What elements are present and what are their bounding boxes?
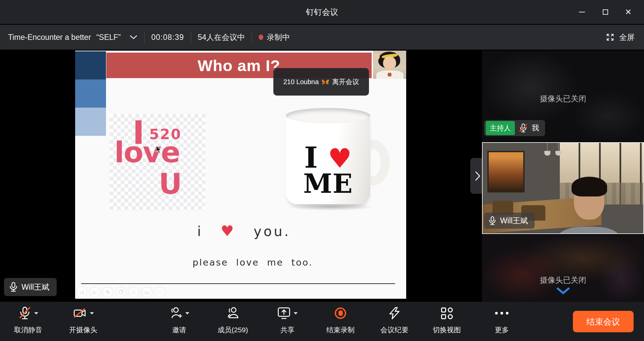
video-tile-self[interactable]: 摄像头已关闭 主持人 我 bbox=[482, 51, 644, 141]
slideshow-zoom-button[interactable]: ⌕ bbox=[128, 287, 140, 298]
video-tile-other[interactable]: 摄像头已关闭 bbox=[482, 235, 644, 302]
divider bbox=[191, 32, 191, 42]
meeting-title[interactable]: Time-Encounter a better bbox=[8, 33, 91, 42]
invite-label: 邀请 bbox=[172, 325, 186, 335]
grid-view-icon bbox=[441, 307, 453, 319]
share-options-caret[interactable] bbox=[294, 312, 298, 315]
camera-label: 开摄像头 bbox=[69, 325, 97, 335]
meeting-info-bar: Time-Encounter a better “SELF” 00:08:39 … bbox=[0, 25, 644, 50]
share-screen-icon bbox=[277, 307, 291, 320]
members-label: 成员(259) bbox=[217, 325, 248, 335]
baby-photo bbox=[373, 51, 406, 79]
love-love-text: love bbox=[114, 135, 180, 169]
video-sidebar: 摄像头已关闭 主持人 我 bbox=[482, 50, 644, 302]
presenter-name: Will王斌 bbox=[21, 282, 49, 292]
close-button[interactable]: ✕ bbox=[619, 0, 638, 24]
minutes-label: 会议纪要 bbox=[380, 325, 409, 335]
slideshow-controls: ◁ ▷ ✎ ❐ ⌕ ▭ ⋯ bbox=[76, 287, 166, 298]
slideshow-more-button[interactable]: ⋯ bbox=[155, 287, 166, 298]
camera-options-caret[interactable] bbox=[90, 312, 94, 315]
camera-off-text: 摄像头已关闭 bbox=[482, 94, 644, 104]
stop-recording-button[interactable]: 结束录制 bbox=[326, 302, 355, 341]
camera-muted-icon bbox=[73, 307, 87, 320]
person-hair bbox=[572, 177, 607, 196]
slideshow-slides-button[interactable]: ❐ bbox=[115, 287, 126, 298]
more-button[interactable]: 更多 bbox=[495, 302, 509, 341]
meeting-title-dropdown[interactable] bbox=[129, 35, 138, 40]
slide-deco-blue-square bbox=[75, 79, 106, 108]
switch-view-button[interactable]: 切换视图 bbox=[433, 302, 461, 341]
window-title: 钉钉会议 bbox=[0, 0, 644, 24]
slideshow-pen-button[interactable]: ✎ bbox=[102, 287, 113, 298]
invite-button[interactable]: 邀请 bbox=[169, 302, 190, 341]
stop-recording-icon bbox=[335, 307, 346, 319]
members-button[interactable]: 成员(259) bbox=[217, 302, 248, 341]
caption-please-love-me: please love me too. bbox=[193, 257, 313, 268]
fullscreen-button[interactable]: 全屏 bbox=[606, 32, 635, 43]
baby-hand bbox=[374, 53, 380, 59]
slideshow-notes-button[interactable]: ▭ bbox=[142, 287, 153, 298]
microphone-muted-icon bbox=[18, 306, 31, 320]
caption-you: you. bbox=[254, 224, 290, 239]
mic-options-caret[interactable] bbox=[34, 312, 38, 315]
caption-heart-icon: ♥ bbox=[221, 222, 236, 239]
invite-options-caret[interactable] bbox=[185, 312, 190, 315]
mouse-cursor bbox=[155, 146, 162, 154]
fullscreen-expand-icon bbox=[606, 33, 614, 42]
unmute-button[interactable]: 取消静音 bbox=[14, 302, 42, 341]
fullscreen-label: 全屏 bbox=[619, 32, 635, 43]
love-u-text: U bbox=[159, 167, 182, 201]
unmute-label: 取消静音 bbox=[14, 325, 42, 335]
maximize-button[interactable] bbox=[596, 0, 615, 24]
members-icon bbox=[226, 307, 239, 320]
meeting-timer: 00:08:39 bbox=[151, 33, 184, 42]
host-badge: 主持人 bbox=[486, 121, 515, 135]
share-label: 共享 bbox=[280, 325, 294, 335]
divider bbox=[144, 32, 145, 42]
slideshow-next-button[interactable]: ▷ bbox=[89, 287, 100, 298]
caption-i-love-you: i ♥ you. bbox=[197, 222, 290, 239]
mug-me-text: ME bbox=[286, 171, 370, 196]
switch-view-label: 切换视图 bbox=[433, 325, 461, 335]
hanging-lamp bbox=[558, 143, 559, 156]
share-button[interactable]: 共享 bbox=[277, 302, 298, 341]
slide-title: Who am I? bbox=[198, 56, 280, 75]
end-meeting-button[interactable]: 结束会议 bbox=[573, 311, 634, 332]
toast-action: 离开会议 bbox=[332, 77, 359, 87]
microphone-muted-icon bbox=[519, 123, 528, 133]
more-label: 更多 bbox=[495, 325, 509, 335]
minimize-button[interactable] bbox=[572, 0, 592, 24]
dingtalk-meeting-window: 钉钉会议 ✕ Time-Encounter a better “SELF” 00… bbox=[0, 0, 644, 341]
meeting-minutes-button[interactable]: 会议纪要 bbox=[380, 302, 409, 341]
scroll-more-videos[interactable] bbox=[482, 287, 644, 295]
slide-footer-line bbox=[81, 283, 395, 284]
meeting-title-quote[interactable]: “SELF” bbox=[96, 33, 121, 42]
slide-deco-navy-square bbox=[75, 51, 106, 79]
love-u-520-image: I 520 love U bbox=[110, 114, 205, 210]
mug-print: I ♥ ME bbox=[286, 144, 370, 196]
invite-person-icon bbox=[169, 307, 182, 320]
recording-dot-icon bbox=[259, 35, 263, 40]
wall-picture bbox=[487, 151, 524, 192]
mug-opening bbox=[286, 108, 370, 123]
slideshow-prev-button[interactable]: ◁ bbox=[76, 287, 87, 298]
butterfly-icon bbox=[321, 78, 329, 85]
i-love-me-mug-image: I ♥ ME bbox=[282, 108, 391, 213]
chevron-right-icon bbox=[474, 170, 481, 182]
recording-label: 录制中 bbox=[267, 32, 290, 43]
self-name: 我 bbox=[532, 123, 539, 133]
leave-meeting-toast: 210 Loubna 离开会议 bbox=[273, 68, 369, 96]
microphone-icon bbox=[489, 216, 496, 225]
person-video bbox=[558, 179, 619, 234]
title-bar: 钉钉会议 ✕ bbox=[0, 0, 644, 24]
video-tile-will[interactable]: Will王斌 bbox=[482, 142, 644, 234]
camera-on-button[interactable]: 开摄像头 bbox=[69, 302, 97, 341]
mug-shadow bbox=[289, 203, 373, 211]
stop-recording-label: 结束录制 bbox=[326, 325, 355, 335]
chevron-down-icon bbox=[129, 35, 138, 40]
participant-count: 54人在会议中 bbox=[198, 32, 245, 43]
camera-off-text: 摄像头已关闭 bbox=[482, 275, 644, 285]
microphone-icon bbox=[9, 282, 17, 292]
maximize-icon bbox=[603, 9, 608, 15]
will-name: Will王斌 bbox=[500, 216, 528, 226]
